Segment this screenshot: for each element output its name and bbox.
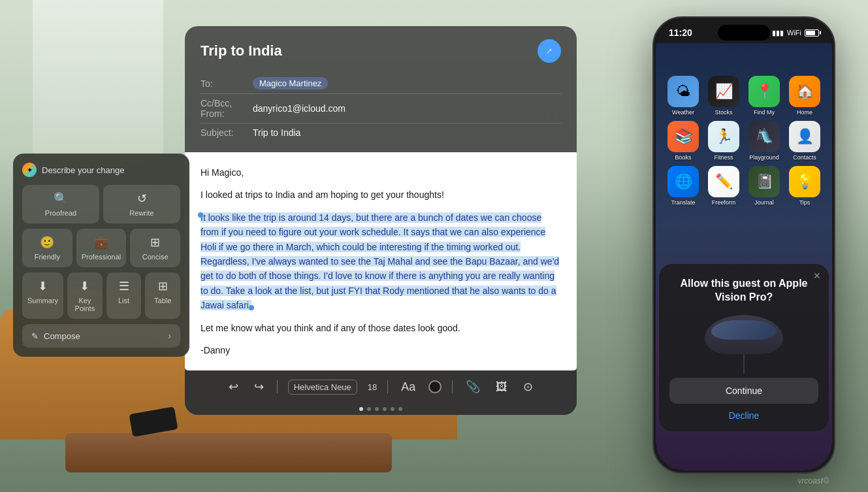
- proofread-button[interactable]: 🔍 Proofread: [22, 185, 99, 223]
- translate-app-label: Translate: [671, 199, 695, 206]
- toolbar-pagination: [185, 403, 577, 415]
- fitness-app-icon: 🏃: [708, 121, 739, 152]
- toolbar-divider-2: [387, 380, 388, 393]
- mail-cc-field: Cc/Bcc, From: danyrico1@icloud.com: [201, 94, 561, 123]
- modal-close-button[interactable]: ✕: [813, 271, 821, 281]
- compose-pencil-icon: ✎: [31, 331, 39, 341]
- rewrite-button[interactable]: ↺ Rewrite: [103, 185, 180, 223]
- vision-pro-shape: [705, 315, 783, 354]
- text-format-button[interactable]: Aa: [398, 378, 418, 397]
- proofread-label: Proofread: [45, 209, 76, 217]
- iphone-frame: 11:20 ▮▮▮ WiFi 🌤 Weather 📈 Stocks: [652, 16, 835, 474]
- mail-title: Trip to India: [201, 42, 282, 59]
- rewrite-label: Rewrite: [129, 209, 153, 217]
- app-icon-contacts[interactable]: 👤 Contacts: [787, 121, 822, 161]
- freeform-app-label: Freeform: [712, 199, 736, 206]
- mail-body[interactable]: Hi Magico, I looked at trips to India an…: [185, 152, 577, 370]
- mail-greeting: Hi Magico,: [201, 165, 561, 180]
- friendly-button[interactable]: 🙂 Friendly: [22, 229, 72, 267]
- attachment-button[interactable]: 📎: [463, 377, 483, 397]
- ai-sparkle-icon: ✦: [22, 163, 37, 177]
- rewrite-icon: ↺: [137, 191, 147, 206]
- professional-label: Professional: [82, 253, 121, 261]
- font-size[interactable]: 18: [368, 382, 377, 392]
- books-app-label: Books: [675, 154, 691, 161]
- wifi-icon: WiFi: [787, 29, 801, 37]
- playground-app-icon: 🛝: [748, 121, 780, 152]
- home-app-label: Home: [797, 109, 812, 116]
- mail-signature: -Danny: [201, 343, 561, 357]
- coffee-table: [65, 433, 392, 472]
- toolbar-divider-1: [277, 380, 278, 393]
- summary-icon: ⬇: [38, 279, 48, 293]
- send-button[interactable]: ↑: [538, 39, 561, 63]
- stocks-app-label: Stocks: [715, 109, 732, 116]
- app-icon-tips[interactable]: 💡 Tips: [787, 166, 822, 206]
- compose-chevron-icon: ›: [168, 331, 171, 341]
- app-icon-journal[interactable]: 📓 Journal: [747, 166, 782, 206]
- summary-button[interactable]: ⬇ Summary: [22, 272, 63, 319]
- selection-handle-right[interactable]: [249, 305, 254, 310]
- home-app-icon: 🏠: [789, 76, 820, 107]
- findmy-app-label: Find My: [754, 109, 775, 116]
- translate-app-icon: 🌐: [667, 166, 699, 197]
- vision-pro-visor: [711, 320, 777, 340]
- professional-icon: 💼: [94, 235, 108, 250]
- friendly-label: Friendly: [35, 253, 60, 261]
- ai-tools-grid-bottom: ⬇ Summary ⬇ Key Points ☰ List ⊞ Table: [22, 272, 180, 319]
- tips-app-label: Tips: [799, 199, 811, 206]
- to-label: To:: [201, 78, 253, 89]
- table-icon: ⊞: [158, 279, 168, 293]
- toolbar-divider-3: [452, 380, 453, 393]
- subject-label: Subject:: [201, 127, 253, 138]
- findmy-app-icon: 📍: [748, 76, 780, 107]
- photo-button[interactable]: 🖼: [493, 378, 510, 397]
- send-icon: ↑: [543, 45, 555, 57]
- app-icon-stocks[interactable]: 📈 Stocks: [706, 76, 741, 116]
- dot-5: [391, 407, 394, 411]
- vision-pro-image: [705, 315, 783, 367]
- app-icon-home[interactable]: 🏠 Home: [787, 76, 822, 116]
- list-button[interactable]: ☰ List: [106, 272, 142, 319]
- table-button[interactable]: ⊞ Table: [145, 272, 180, 319]
- table-label: Table: [154, 297, 171, 304]
- decline-button[interactable]: Decline: [669, 410, 818, 421]
- concise-button[interactable]: ⊞ Concise: [130, 229, 180, 267]
- journal-app-icon: 📓: [748, 166, 780, 197]
- watermark: vrcoast©: [797, 476, 829, 485]
- professional-button[interactable]: 💼 Professional: [76, 229, 127, 267]
- subject-value[interactable]: Trip to India: [253, 127, 300, 138]
- concise-label: Concise: [142, 253, 169, 261]
- key-points-button[interactable]: ⬇ Key Points: [67, 272, 103, 319]
- status-time: 11:20: [669, 27, 692, 38]
- app-icon-findmy[interactable]: 📍 Find My: [747, 76, 782, 116]
- app-icon-freeform[interactable]: ✏️ Freeform: [706, 166, 741, 206]
- app-icon-fitness[interactable]: 🏃 Fitness: [706, 121, 741, 161]
- redo-button[interactable]: ↪: [251, 377, 266, 397]
- list-label: List: [118, 297, 129, 304]
- app-icon-books[interactable]: 📚 Books: [666, 121, 701, 161]
- list-icon: ☰: [119, 279, 129, 293]
- summary-label: Summary: [27, 297, 58, 304]
- continue-button[interactable]: Continue: [669, 378, 818, 404]
- color-picker[interactable]: [428, 380, 442, 393]
- app-icon-playground[interactable]: 🛝 Playground: [747, 121, 782, 161]
- ai-tools-grid-top: 🔍 Proofread ↺ Rewrite: [22, 185, 180, 223]
- dot-1: [359, 407, 363, 411]
- tips-app-icon: 💡: [789, 166, 820, 197]
- stocks-app-icon: 📈: [708, 76, 739, 107]
- compose-bar[interactable]: ✎ Compose ›: [22, 324, 180, 348]
- journal-app-label: Journal: [754, 199, 774, 206]
- undo-button[interactable]: ↩: [226, 377, 241, 397]
- weather-app-label: Weather: [672, 109, 694, 116]
- app-icon-weather[interactable]: 🌤 Weather: [666, 76, 701, 116]
- more-button[interactable]: ⊙: [521, 377, 536, 397]
- app-icon-translate[interactable]: 🌐 Translate: [666, 166, 701, 206]
- weather-app-icon: 🌤: [667, 76, 699, 107]
- mail-selected-paragraph[interactable]: It looks like the trip is around 14 days…: [201, 210, 561, 313]
- selection-handle-left[interactable]: [198, 212, 203, 218]
- recipient-tag[interactable]: Magico Martinez: [253, 77, 328, 90]
- app-grid: 🌤 Weather 📈 Stocks 📍 Find My 🏠 Home: [662, 76, 826, 206]
- proofread-icon: 🔍: [54, 191, 68, 206]
- font-name[interactable]: Helvetica Neue: [288, 380, 357, 395]
